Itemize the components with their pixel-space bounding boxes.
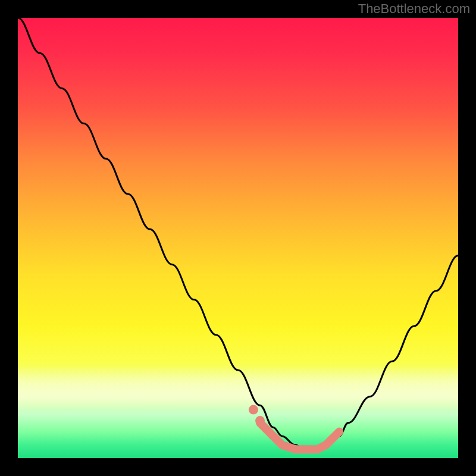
chart-plot-area	[18, 18, 458, 458]
bottleneck-curve	[18, 18, 458, 449]
highlight-dot-2	[255, 416, 265, 425]
chart-curves-svg	[18, 18, 458, 458]
highlight-dot-1	[249, 405, 258, 415]
attribution-text: TheBottleneck.com	[358, 1, 470, 17]
